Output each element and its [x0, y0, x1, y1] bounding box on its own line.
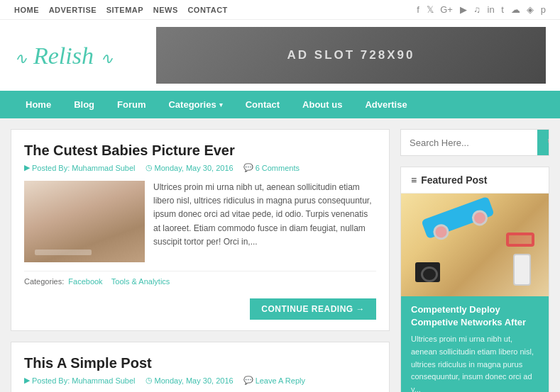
post-card-1: The Cutest Babies Picture Ever ▶ Posted …	[11, 129, 390, 331]
widget-title: ≡ Featured Post	[401, 167, 549, 194]
search-button[interactable]: 🔍	[537, 130, 549, 155]
featured-image	[401, 194, 549, 296]
nav-about-main[interactable]: About us	[291, 91, 353, 118]
top-nav: HOME ADVERTISE SITEMAP NEWS CONTACT	[14, 4, 235, 15]
comment-icon: 💬	[243, 163, 253, 172]
soundcloud-icon[interactable]: ☁	[511, 4, 520, 15]
featured-post-title[interactable]: Competently Deploy Competive Networks Af…	[411, 303, 539, 329]
comment-icon-2: 💬	[243, 376, 253, 385]
youtube-icon[interactable]: ▶	[460, 4, 467, 15]
featured-image-inner	[401, 194, 549, 296]
post-author-1: ▶ Posted By: Muhammad Subel	[24, 163, 136, 172]
post-author-2: ▶ Posted By: Muhammad Subel	[24, 376, 136, 385]
main-nav: Home Blog Forum Categories ▾ Contact Abo…	[0, 91, 560, 118]
tumblr-icon[interactable]: t	[501, 4, 504, 15]
post-date-2: ◷ Monday, May 30, 2016	[146, 376, 234, 385]
nav-blog-main[interactable]: Blog	[62, 91, 106, 118]
search-input[interactable]	[401, 130, 537, 155]
featured-post-widget: ≡ Featured Post Competently Deploy Compe…	[400, 167, 549, 392]
list-icon: ≡	[411, 174, 417, 186]
nav-advertise[interactable]: ADVERTISE	[49, 6, 97, 14]
search-icon: 🔍	[547, 137, 549, 148]
header: ∿ Relish ∿ AD SLOT 728X90	[0, 20, 560, 91]
featured-post-description: Competently Deploy Competive Networks Af…	[401, 296, 549, 392]
facebook-icon[interactable]: f	[417, 4, 419, 15]
nav-contact[interactable]: CONTACT	[187, 6, 227, 14]
post-title-1: The Cutest Babies Picture Ever	[24, 142, 376, 159]
pinterest-icon[interactable]: p	[541, 4, 546, 15]
ad-slot: AD SLOT 728X90	[156, 27, 546, 84]
post-excerpt-1: Ultrices proin mi urna nibh ut, aenean s…	[153, 181, 376, 262]
post-thumbnail-1	[24, 181, 145, 262]
post-body-1: Ultrices proin mi urna nibh ut, aenean s…	[24, 181, 376, 262]
dropdown-arrow-icon: ▾	[219, 101, 223, 108]
nav-news[interactable]: NEWS	[153, 6, 178, 14]
main-content: The Cutest Babies Picture Ever ▶ Posted …	[11, 129, 390, 392]
category-tools[interactable]: Tools & Analytics	[111, 277, 170, 286]
phone-decoration	[513, 254, 531, 286]
user-icon: ▶	[24, 163, 30, 172]
ad-slot-text: AD SLOT 728X90	[287, 48, 415, 62]
skateboard-decoration	[421, 196, 495, 240]
nav-forum-main[interactable]: Forum	[106, 91, 157, 118]
logo[interactable]: ∿ Relish ∿	[14, 40, 156, 70]
clock-icon: ◷	[146, 163, 153, 172]
sidebar: 🔍 ≡ Featured Post Competently Deploy Com…	[400, 129, 549, 392]
widget-title-text: Featured Post	[421, 174, 487, 186]
user-icon-2: ▶	[24, 376, 30, 385]
post-title-2: This A Simple Post	[24, 355, 376, 371]
music-icon[interactable]: ♫	[473, 4, 481, 15]
logo-tilde-left: ∿	[14, 50, 27, 67]
post-comments-2: 💬 Leave A Reply	[243, 376, 305, 385]
nav-home-main[interactable]: Home	[14, 91, 62, 118]
post-footer-1: CONTINUE READING →	[24, 291, 376, 330]
thumbnail-image-1	[24, 181, 145, 262]
post-meta-1: ▶ Posted By: Muhammad Subel ◷ Monday, Ma…	[24, 163, 376, 172]
sunglasses-decoration	[506, 233, 534, 247]
post-categories-1: Categories: Facebook Tools & Analytics	[24, 271, 376, 291]
content-area: The Cutest Babies Picture Ever ▶ Posted …	[0, 129, 560, 392]
featured-post-text: Ultrices proin mi urna nibh ut, aenean s…	[411, 333, 539, 392]
logo-tilde-right: ∿	[100, 50, 113, 67]
nav-sitemap[interactable]: SITEMAP	[106, 6, 143, 14]
google-plus-icon[interactable]: G+	[440, 4, 453, 15]
logo-text: Relish	[33, 43, 94, 69]
clock-icon-2: ◷	[146, 376, 153, 385]
category-facebook[interactable]: Facebook	[68, 277, 102, 286]
camera-decoration	[415, 262, 440, 282]
nav-contact-main[interactable]: Contact	[234, 91, 291, 118]
post-comments-1: 💬 6 Comments	[243, 163, 300, 172]
social-icons: f 𝕏 G+ ▶ ♫ in t ☁ ◈ p	[412, 4, 546, 15]
nav-home[interactable]: HOME	[14, 6, 39, 14]
instagram-icon[interactable]: ◈	[527, 4, 534, 15]
nav-advertise-main[interactable]: Advertise	[353, 91, 418, 118]
post-date-1: ◷ Monday, May 30, 2016	[146, 163, 234, 172]
linkedin-icon[interactable]: in	[488, 4, 495, 15]
post-card-2: This A Simple Post ▶ Posted By: Muhammad…	[11, 342, 390, 392]
post-meta-2: ▶ Posted By: Muhammad Subel ◷ Monday, Ma…	[24, 376, 376, 385]
nav-categories-main[interactable]: Categories ▾	[157, 91, 234, 118]
continue-reading-button-1[interactable]: CONTINUE READING →	[250, 298, 376, 320]
sidebar-search: 🔍	[400, 129, 549, 156]
twitter-icon[interactable]: 𝕏	[427, 4, 434, 15]
top-bar: HOME ADVERTISE SITEMAP NEWS CONTACT f 𝕏 …	[0, 0, 560, 20]
